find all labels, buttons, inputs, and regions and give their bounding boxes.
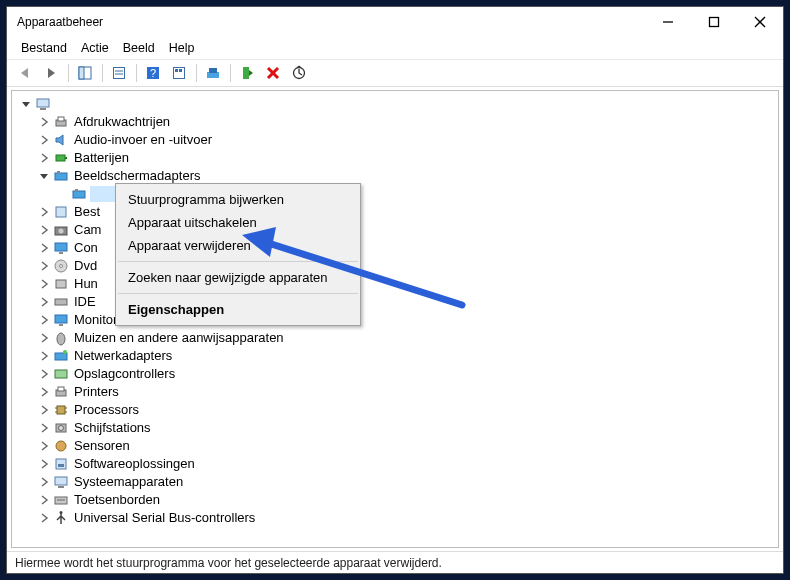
camera-icon [52, 221, 70, 239]
context-scan-changes[interactable]: Zoeken naar gewijzigde apparaten [116, 266, 360, 289]
toolbar-divider [65, 61, 71, 85]
chevron-right-icon[interactable] [36, 135, 52, 145]
tree-item-system[interactable]: Systeemapparaten [12, 473, 778, 491]
chevron-right-icon[interactable] [36, 315, 52, 325]
chevron-right-icon[interactable] [36, 261, 52, 271]
keyboard-icon [52, 491, 70, 509]
uninstall-device-button[interactable] [261, 61, 285, 85]
chevron-right-icon[interactable] [36, 297, 52, 307]
context-disable-device[interactable]: Apparaat uitschakelen [116, 211, 360, 234]
chevron-right-icon[interactable] [36, 477, 52, 487]
svg-rect-23 [58, 117, 64, 121]
tree-item-disks[interactable]: Schijfstations [12, 419, 778, 437]
nav-forward-button[interactable] [39, 61, 63, 85]
chevron-right-icon[interactable] [36, 405, 52, 415]
tree-item-audio[interactable]: Audio-invoer en -uitvoer [12, 131, 778, 149]
svg-rect-37 [56, 280, 66, 288]
tree-item-network[interactable]: Netwerkadapters [12, 347, 778, 365]
update-driver-button[interactable] [201, 61, 225, 85]
svg-point-36 [60, 265, 63, 268]
svg-rect-46 [58, 387, 64, 391]
chevron-right-icon[interactable] [36, 459, 52, 469]
svg-rect-34 [59, 252, 63, 254]
svg-rect-56 [58, 464, 64, 467]
chevron-down-icon[interactable] [36, 171, 52, 181]
menu-file[interactable]: Bestand [21, 41, 67, 55]
chevron-right-icon[interactable] [36, 441, 52, 451]
battery-icon [52, 149, 70, 167]
chevron-right-icon[interactable] [36, 279, 52, 289]
svg-rect-40 [59, 324, 63, 326]
ide-icon [52, 293, 70, 311]
printer-icon [52, 383, 70, 401]
storage-icon [52, 365, 70, 383]
menu-view[interactable]: Beeld [123, 41, 155, 55]
chevron-right-icon[interactable] [36, 225, 52, 235]
tree-item-mice[interactable]: Muizen en andere aanwijsapparaten [12, 329, 778, 347]
svg-rect-58 [58, 486, 64, 488]
tree-item-usb[interactable]: Universal Serial Bus-controllers [12, 509, 778, 527]
menubar: Bestand Actie Beeld Help [7, 37, 783, 59]
svg-rect-42 [55, 353, 67, 360]
tree-item-keyboards[interactable]: Toetsenborden [12, 491, 778, 509]
close-button[interactable] [737, 7, 783, 37]
usb-icon [52, 509, 70, 527]
scan-hardware-button[interactable] [287, 61, 311, 85]
minimize-button[interactable] [645, 7, 691, 37]
tree-item-software[interactable]: Softwareoplossingen [12, 455, 778, 473]
nav-back-button[interactable] [13, 61, 37, 85]
help-button[interactable]: ? [141, 61, 165, 85]
tree-item-printers[interactable]: Printers [12, 383, 778, 401]
chevron-down-icon[interactable] [18, 99, 34, 109]
svg-rect-21 [40, 108, 46, 110]
properties-button[interactable] [107, 61, 131, 85]
tree-item-batteries[interactable]: Batterijen [12, 149, 778, 167]
chevron-right-icon[interactable] [36, 351, 52, 361]
window-title: Apparaatbeheer [17, 15, 103, 29]
tree-item-processors[interactable]: Processors [12, 401, 778, 419]
svg-rect-24 [56, 155, 65, 161]
chevron-right-icon[interactable] [36, 423, 52, 433]
svg-rect-30 [56, 207, 66, 217]
show-hide-tree-button[interactable] [73, 61, 97, 85]
enable-device-button[interactable] [235, 61, 259, 85]
svg-rect-28 [73, 191, 85, 198]
svg-rect-20 [37, 99, 49, 107]
svg-rect-39 [55, 315, 67, 323]
status-text: Hiermee wordt het stuurprogramma voor he… [15, 556, 442, 570]
speaker-icon [52, 131, 70, 149]
view-button[interactable] [167, 61, 191, 85]
menu-help[interactable]: Help [169, 41, 195, 55]
svg-rect-33 [55, 243, 67, 251]
cpu-icon [52, 401, 70, 419]
svg-text:?: ? [150, 67, 156, 79]
chevron-right-icon[interactable] [36, 333, 52, 343]
toolbar-divider [193, 61, 199, 85]
menu-action[interactable]: Actie [81, 41, 109, 55]
chevron-right-icon[interactable] [36, 387, 52, 397]
svg-rect-47 [57, 406, 65, 414]
context-separator [118, 261, 358, 262]
chevron-right-icon[interactable] [36, 153, 52, 163]
chevron-right-icon[interactable] [36, 207, 52, 217]
hid-icon [52, 275, 70, 293]
chevron-right-icon[interactable] [36, 243, 52, 253]
svg-rect-57 [55, 477, 67, 485]
chevron-right-icon[interactable] [36, 513, 52, 523]
context-remove-device[interactable]: Apparaat verwijderen [116, 234, 360, 257]
tree-item-sensors[interactable]: Sensoren [12, 437, 778, 455]
context-update-driver[interactable]: Stuurprogramma bijwerken [116, 188, 360, 211]
tree-item-storage[interactable]: Opslagcontrollers [12, 365, 778, 383]
maximize-button[interactable] [691, 7, 737, 37]
monitor-icon [52, 239, 70, 257]
chevron-right-icon[interactable] [36, 117, 52, 127]
system-icon [52, 473, 70, 491]
context-properties[interactable]: Eigenschappen [116, 298, 360, 321]
toolbar: ? [7, 59, 783, 87]
tree-item-print-queues[interactable]: Afdrukwachtrijen [12, 113, 778, 131]
chevron-right-icon[interactable] [36, 495, 52, 505]
chevron-right-icon[interactable] [36, 369, 52, 379]
svg-point-41 [57, 333, 65, 345]
svg-rect-27 [57, 171, 60, 174]
tree-root[interactable] [12, 95, 778, 113]
